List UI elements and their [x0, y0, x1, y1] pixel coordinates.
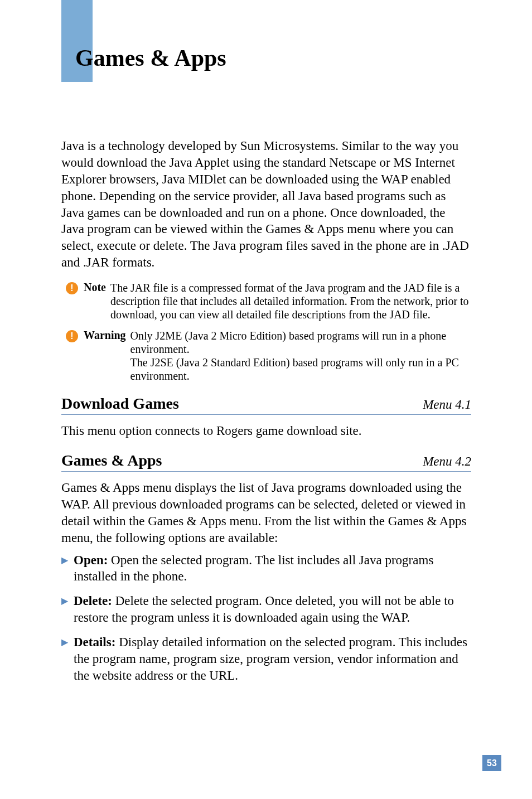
triangle-right-icon: ▶ [61, 555, 68, 565]
exclamation-icon: ! [66, 282, 78, 294]
section-body: This menu option connects to Rogers game… [61, 423, 471, 439]
page-number: 53 [482, 755, 501, 771]
section-body: Games & Apps menu displays the list of J… [61, 480, 471, 546]
section-menu-ref: Menu 4.1 [423, 398, 471, 412]
list-item: ▶ Open: Open the selected program. The l… [61, 552, 471, 585]
section-title: Download Games [61, 395, 179, 413]
note-label: Note [84, 281, 106, 294]
note-callout: ! Note The JAR file is a compressed form… [61, 281, 471, 321]
warning-callout: ! Warning Only J2ME (Java 2 Micro Editio… [61, 329, 471, 382]
chapter-title: Games & Apps [75, 45, 226, 71]
triangle-right-icon: ▶ [61, 595, 68, 606]
list-item: ▶ Delete: Delete the selected program. O… [61, 593, 471, 626]
options-list: ▶ Open: Open the selected program. The l… [61, 552, 471, 684]
section-header-download-games: Download Games Menu 4.1 [61, 395, 471, 415]
warning-text: Only J2ME (Java 2 Micro Edition) based p… [130, 329, 471, 382]
bullet-text: Delete: Delete the selected program. Onc… [74, 593, 471, 626]
note-text: The JAR file is a compressed format of t… [110, 281, 471, 321]
warning-label: Warning [84, 329, 126, 342]
section-header-games-apps: Games & Apps Menu 4.2 [61, 452, 471, 472]
section-title: Games & Apps [61, 452, 162, 469]
exclamation-icon: ! [66, 330, 78, 342]
triangle-right-icon: ▶ [61, 637, 68, 647]
section-menu-ref: Menu 4.2 [423, 454, 471, 469]
bullet-text: Open: Open the selected program. The lis… [74, 552, 471, 585]
intro-paragraph: Java is a technology developed by Sun Mi… [61, 138, 471, 271]
page-content: Java is a technology developed by Sun Mi… [61, 138, 471, 692]
bullet-text: Details: Display detailed information on… [74, 634, 471, 684]
list-item: ▶ Details: Display detailed information … [61, 634, 471, 684]
